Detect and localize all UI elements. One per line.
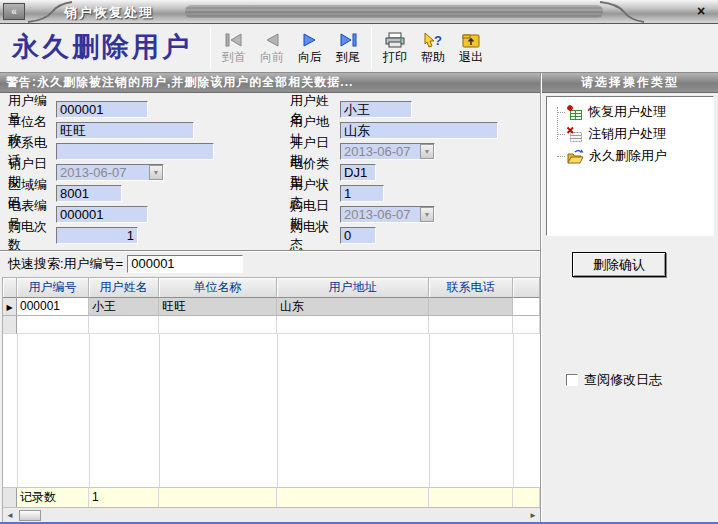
main-area: 警告:永久删除被注销的用户,并删除该用户的全部相关数据... 用户编号 0000… <box>0 73 541 522</box>
column-header: 用户编号 <box>17 278 89 298</box>
scroll-right-icon[interactable]: ► <box>526 511 540 520</box>
window-title: 销户恢复处理 <box>64 4 154 22</box>
field-label: 购电次数 <box>0 218 56 254</box>
op-restore-user[interactable]: 恢复用户处理 <box>549 101 711 123</box>
record-count-value: 1 <box>89 488 159 507</box>
delete-confirm-button[interactable]: 删除确认 <box>572 252 666 277</box>
toolbar: 永久删除用户 到首 向前 向后 到尾 <box>0 24 718 73</box>
column-header: 用户姓名 <box>89 278 159 298</box>
indicator-column-header <box>3 278 17 298</box>
grid-footer-row: 记录数 1 <box>3 487 540 507</box>
last-record-icon <box>338 31 358 49</box>
column-header: 单位名称 <box>159 278 277 298</box>
chevron-down-icon[interactable]: ▼ <box>420 144 434 159</box>
cell-phone[interactable] <box>429 298 513 316</box>
scroll-left-icon[interactable]: ◄ <box>3 511 17 520</box>
toolbar-separator <box>371 27 372 69</box>
print-button[interactable]: 打印 <box>377 31 413 66</box>
cell-user-name[interactable]: 小王 <box>89 298 159 316</box>
chevron-down-icon[interactable]: ▼ <box>420 207 434 222</box>
warning-text: 警告:永久删除被注销的用户,并删除该用户的全部相关数据... <box>0 74 353 91</box>
close-button[interactable]: × <box>692 3 710 20</box>
exit-icon <box>460 31 482 49</box>
column-header: 用户地址 <box>277 278 429 298</box>
record-count-label: 记录数 <box>17 488 89 507</box>
search-label: 快速搜索:用户编号= <box>8 255 123 273</box>
cell-address[interactable]: 山东 <box>277 298 429 316</box>
exit-button[interactable]: 退出 <box>453 31 489 66</box>
scrollbar-thumb[interactable] <box>19 510 41 521</box>
empty-row <box>3 316 540 334</box>
operation-list: 恢复用户处理 注销用户处理 <box>546 96 714 236</box>
panel-title: 请选择操作类型 <box>581 74 679 91</box>
page-title: 永久删除用户 <box>0 29 206 67</box>
titlebar-texture <box>185 5 603 18</box>
cell-user-id[interactable]: 000001 <box>17 298 89 316</box>
op-deactivate-user[interactable]: 注销用户处理 <box>549 123 711 145</box>
last-record-button[interactable]: 到尾 <box>330 31 366 66</box>
printer-icon <box>384 31 406 49</box>
purchase-count-field[interactable]: 1 <box>56 227 138 244</box>
horizontal-scrollbar[interactable]: ◄ ► <box>3 507 540 522</box>
record-form: 用户编号 000001 用户姓名 小王 单位名称 旺旺 <box>0 93 540 250</box>
titlebar-swoosh-right <box>598 0 646 24</box>
cell-company[interactable]: 旺旺 <box>159 298 277 316</box>
panel-title-bar: 请选择操作类型 <box>542 73 718 93</box>
delete-user-icon <box>566 148 584 165</box>
svg-text:?: ? <box>434 33 442 48</box>
help-button[interactable]: ? 帮助 <box>415 31 451 66</box>
column-header: 联系电话 <box>429 278 513 298</box>
quick-search-bar: 快速搜索:用户编号= 000001 <box>0 250 540 277</box>
title-bar: « 销户恢复处理 × <box>0 0 718 24</box>
view-log-label: 查阅修改日志 <box>584 371 662 389</box>
operation-label: 永久删除用户 <box>589 147 667 165</box>
prev-record-button[interactable]: 向前 <box>254 31 290 66</box>
app-window: « 销户恢复处理 × 永久删除用户 到首 向前 向后 <box>0 0 718 524</box>
grid-empty-area <box>3 334 540 487</box>
warning-bar: 警告:永久删除被注销的用户,并删除该用户的全部相关数据... <box>0 73 540 93</box>
restore-user-icon <box>566 104 583 121</box>
view-log-checkbox[interactable] <box>566 374 578 386</box>
operation-panel: 请选择操作类型 恢复用户处理 <box>541 73 718 522</box>
help-icon: ? <box>422 31 444 49</box>
current-row-indicator-icon: ▶ <box>3 298 17 316</box>
search-input[interactable]: 000001 <box>127 255 243 273</box>
next-record-icon <box>300 31 320 49</box>
field-label: 购电状态 <box>284 218 340 254</box>
grid-header-row: 用户编号 用户姓名 单位名称 用户地址 联系电话 <box>3 278 540 298</box>
first-record-button[interactable]: 到首 <box>216 31 252 66</box>
operation-label: 恢复用户处理 <box>588 103 666 121</box>
view-log-option: 查阅修改日志 <box>566 371 718 389</box>
prev-record-icon <box>262 31 282 49</box>
op-delete-user[interactable]: 永久删除用户 <box>549 145 711 167</box>
next-record-button[interactable]: 向后 <box>292 31 328 66</box>
cell-filler <box>513 298 540 316</box>
app-logo-icon: « <box>3 3 25 20</box>
records-grid: 用户编号 用户姓名 单位名称 用户地址 联系电话 ▶ 000001 小王 旺旺 … <box>2 277 540 522</box>
toolbar-separator <box>210 27 211 69</box>
table-row[interactable]: ▶ 000001 小王 旺旺 山东 <box>3 298 540 316</box>
first-record-icon <box>224 31 244 49</box>
purchase-status-field[interactable]: 0 <box>340 227 376 244</box>
operation-label: 注销用户处理 <box>588 125 666 143</box>
column-header-filler <box>513 278 540 298</box>
deactivate-user-icon <box>566 126 583 143</box>
